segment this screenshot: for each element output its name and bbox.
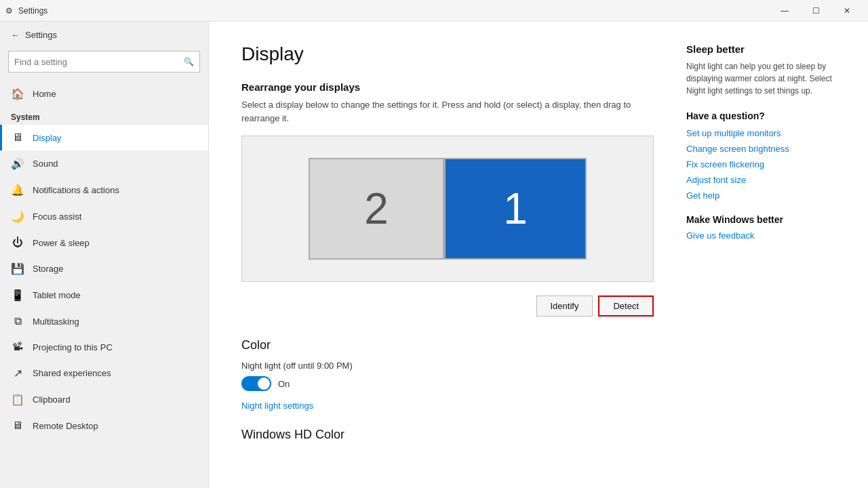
- shared-icon: ↗: [11, 367, 24, 380]
- minimize-button[interactable]: —: [769, 0, 800, 22]
- link-change-brightness[interactable]: Change screen brightness: [686, 144, 835, 154]
- app-body: ← Settings 🔍 🏠 Home System 🖥 Display 🔊 S…: [0, 22, 868, 488]
- back-label: Settings: [25, 30, 57, 40]
- display-area: 2 1: [241, 136, 654, 282]
- sidebar-item-remote[interactable]: 🖥 Remote Desktop: [0, 413, 208, 439]
- back-button[interactable]: ← Settings: [0, 22, 208, 48]
- focus-assist-icon: 🌙: [11, 210, 24, 223]
- system-section-label: System: [0, 107, 208, 125]
- sidebar-item-shared[interactable]: ↗ Shared experiences: [0, 360, 208, 386]
- sidebar-item-clipboard[interactable]: 📋 Clipboard: [0, 386, 208, 413]
- have-question-title: Have a question?: [686, 110, 835, 121]
- monitor-2-label: 2: [364, 184, 389, 234]
- search-box: 🔍: [8, 51, 200, 73]
- link-adjust-font[interactable]: Adjust font size: [686, 175, 835, 185]
- close-button[interactable]: ✕: [831, 0, 863, 22]
- back-icon: ←: [11, 30, 20, 40]
- multitasking-icon: ⧉: [11, 315, 24, 327]
- display-icon: 🖥: [11, 131, 24, 144]
- projecting-icon: 📽: [11, 341, 24, 353]
- maximize-button[interactable]: ☐: [800, 0, 831, 22]
- sidebar-storage-label: Storage: [33, 264, 64, 274]
- sleep-better-desc: Night light can help you get to sleep by…: [686, 60, 835, 97]
- page-title: Display: [241, 43, 654, 65]
- sidebar-remote-label: Remote Desktop: [33, 421, 98, 431]
- sidebar-tablet-label: Tablet mode: [33, 290, 81, 300]
- sidebar-item-projecting[interactable]: 📽 Projecting to this PC: [0, 334, 208, 360]
- tablet-icon: 📱: [11, 289, 24, 302]
- sidebar-item-notifications[interactable]: 🔔 Notifications & actions: [0, 177, 208, 203]
- sleep-better-title: Sleep better: [686, 43, 835, 55]
- toggle-knob: [258, 378, 270, 390]
- windows-hd-title: Windows HD Color: [241, 428, 654, 442]
- night-light-toggle-row: On: [241, 376, 654, 391]
- search-icon: 🔍: [184, 57, 194, 66]
- sidebar-home-label: Home: [33, 89, 56, 99]
- content-left: Display Rearrange your displays Select a…: [241, 43, 654, 466]
- sidebar-item-sound[interactable]: 🔊 Sound: [0, 150, 208, 177]
- title-bar: ⚙ Settings — ☐ ✕: [0, 0, 868, 22]
- night-light-label: Night light (off until 9:00 PM): [241, 361, 654, 371]
- toggle-state-label: On: [278, 379, 290, 389]
- sidebar-item-focus-assist[interactable]: 🌙 Focus assist: [0, 203, 208, 230]
- feedback-link[interactable]: Give us feedback: [686, 230, 835, 241]
- home-icon: 🏠: [11, 87, 24, 100]
- sidebar-power-label: Power & sleep: [33, 238, 90, 248]
- title-bar-left: ⚙ Settings: [5, 6, 47, 16]
- power-icon: ⏻: [11, 237, 24, 249]
- identify-button[interactable]: Identify: [536, 296, 593, 317]
- display-buttons: Identify Detect: [241, 296, 654, 317]
- main-content: Display Rearrange your displays Select a…: [209, 22, 868, 488]
- sidebar-projecting-label: Projecting to this PC: [33, 342, 113, 352]
- title-bar-title: Settings: [18, 6, 47, 16]
- rearrange-title: Rearrange your displays: [241, 81, 654, 93]
- notifications-icon: 🔔: [11, 184, 24, 197]
- sound-icon: 🔊: [11, 157, 24, 170]
- link-fix-flickering[interactable]: Fix screen flickering: [686, 159, 835, 169]
- night-light-settings-link[interactable]: Night light settings: [241, 401, 313, 411]
- rearrange-desc: Select a display below to change the set…: [241, 98, 654, 125]
- monitor-2[interactable]: 2: [309, 158, 444, 260]
- sidebar-item-display[interactable]: 🖥 Display: [0, 125, 208, 150]
- color-title: Color: [241, 338, 654, 352]
- detect-button[interactable]: Detect: [598, 296, 654, 317]
- link-set-up-monitors[interactable]: Set up multiple monitors: [686, 128, 835, 138]
- settings-icon: ⚙: [5, 6, 13, 16]
- sidebar-item-power[interactable]: ⏻ Power & sleep: [0, 230, 208, 256]
- sidebar-sound-label: Sound: [33, 159, 58, 169]
- monitor-1-label: 1: [503, 184, 528, 234]
- clipboard-icon: 📋: [11, 393, 24, 406]
- search-input[interactable]: [14, 57, 184, 67]
- sidebar-clipboard-label: Clipboard: [33, 394, 71, 405]
- title-bar-controls: — ☐ ✕: [769, 0, 863, 22]
- sidebar: ← Settings 🔍 🏠 Home System 🖥 Display 🔊 S…: [0, 22, 209, 488]
- sidebar-multitasking-label: Multitasking: [33, 317, 79, 327]
- sidebar-shared-label: Shared experiences: [33, 368, 111, 378]
- monitor-1[interactable]: 1: [444, 158, 587, 260]
- sidebar-item-tablet[interactable]: 📱 Tablet mode: [0, 282, 208, 308]
- make-better-title: Make Windows better: [686, 214, 835, 225]
- sidebar-notifications-label: Notifications & actions: [33, 185, 119, 195]
- storage-icon: 💾: [11, 262, 24, 275]
- night-light-toggle[interactable]: [241, 376, 271, 391]
- sidebar-focus-label: Focus assist: [33, 211, 81, 222]
- sidebar-display-label: Display: [33, 133, 62, 143]
- remote-icon: 🖥: [11, 420, 24, 432]
- sidebar-item-home[interactable]: 🏠 Home: [0, 81, 208, 107]
- content-right: Sleep better Night light can help you ge…: [686, 43, 835, 466]
- sidebar-item-multitasking[interactable]: ⧉ Multitasking: [0, 308, 208, 334]
- link-get-help[interactable]: Get help: [686, 190, 835, 201]
- sidebar-item-storage[interactable]: 💾 Storage: [0, 256, 208, 282]
